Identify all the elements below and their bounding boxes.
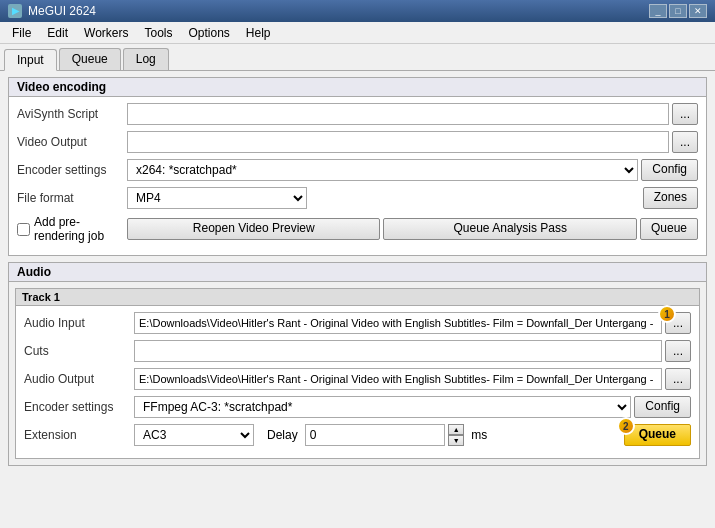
tab-log[interactable]: Log (123, 48, 169, 70)
menu-bar: File Edit Workers Tools Options Help (0, 22, 715, 44)
audio-track-1: Track 1 Audio Input ... 1 Cuts (15, 288, 700, 459)
videooutput-label: Video Output (17, 135, 127, 149)
video-encoding-body: AviSynth Script ... Video Output ... Enc… (9, 97, 706, 255)
video-encoding-header: Video encoding (9, 78, 706, 97)
queue-analysis-pass-button[interactable]: Queue Analysis Pass (383, 218, 636, 240)
prerender-controls: Reopen Video Preview Queue Analysis Pass… (127, 218, 698, 240)
delay-up-button[interactable]: ▲ (448, 424, 464, 435)
audio-output-browse-button[interactable]: ... (665, 368, 691, 390)
close-button[interactable]: ✕ (689, 4, 707, 18)
audio-input-label: Audio Input (24, 316, 134, 330)
encoder-settings-select[interactable]: x264: *scratchpad* (127, 159, 638, 181)
menu-tools[interactable]: Tools (136, 24, 180, 41)
avisynthscript-input[interactable] (127, 103, 669, 125)
audio-output-row: Audio Output ... (24, 368, 691, 390)
audio-queue-button[interactable]: 2 Queue (624, 424, 691, 446)
delay-input[interactable] (305, 424, 445, 446)
prerender-label: Add pre-rendering job (34, 215, 127, 243)
audio-input-browse-button[interactable]: ... 1 (665, 312, 691, 334)
ms-label: ms (471, 428, 487, 442)
maximize-button[interactable]: □ (669, 4, 687, 18)
title-bar-text: MeGUI 2624 (28, 4, 96, 18)
videooutput-controls: ... (127, 131, 698, 153)
cuts-label: Cuts (24, 344, 134, 358)
audio-encoder-controls: FFmpeg AC-3: *scratchpad* Config (134, 396, 691, 418)
encoder-settings-row: Encoder settings x264: *scratchpad* Conf… (17, 159, 698, 181)
menu-file[interactable]: File (4, 24, 39, 41)
cuts-controls: ... (134, 340, 691, 362)
zones-button[interactable]: Zones (643, 187, 698, 209)
videooutput-row: Video Output ... (17, 131, 698, 153)
cuts-row: Cuts ... (24, 340, 691, 362)
video-encoding-section: Video encoding AviSynth Script ... Video… (8, 77, 707, 256)
extension-delay-controls: AC3 Delay ▲ ▼ ms 2 Queue (134, 424, 691, 446)
video-queue-button[interactable]: Queue (640, 218, 698, 240)
videooutput-browse-button[interactable]: ... (672, 131, 698, 153)
audio-input-controls: ... 1 (134, 312, 691, 334)
reopen-video-preview-button[interactable]: Reopen Video Preview (127, 218, 380, 240)
audio-input-row: Audio Input ... 1 (24, 312, 691, 334)
audio-output-controls: ... (134, 368, 691, 390)
audio-section: Audio Track 1 Audio Input ... 1 (8, 262, 707, 466)
badge-2: 2 (617, 417, 635, 435)
menu-help[interactable]: Help (238, 24, 279, 41)
fileformat-row: File format MP4 Zones (17, 187, 698, 209)
extension-select[interactable]: AC3 (134, 424, 254, 446)
audio-encoder-label: Encoder settings (24, 400, 134, 414)
audio-encoder-row: Encoder settings FFmpeg AC-3: *scratchpa… (24, 396, 691, 418)
audio-input-field[interactable] (134, 312, 662, 334)
tab-input[interactable]: Input (4, 49, 57, 71)
avisynthscript-browse-button[interactable]: ... (672, 103, 698, 125)
avisynthscript-controls: ... (127, 103, 698, 125)
delay-label: Delay (267, 428, 298, 442)
cuts-input[interactable] (134, 340, 662, 362)
audio-encoder-config-button[interactable]: Config (634, 396, 691, 418)
audio-track-1-header: Track 1 (16, 289, 699, 306)
audio-encoder-select[interactable]: FFmpeg AC-3: *scratchpad* (134, 396, 631, 418)
title-bar-left: ▶ MeGUI 2624 (8, 4, 96, 18)
cuts-browse-button[interactable]: ... (665, 340, 691, 362)
prerender-checkbox[interactable] (17, 223, 30, 236)
avisynthscript-row: AviSynth Script ... (17, 103, 698, 125)
title-bar: ▶ MeGUI 2624 _ □ ✕ (0, 0, 715, 22)
menu-options[interactable]: Options (181, 24, 238, 41)
fileformat-label: File format (17, 191, 127, 205)
tab-queue[interactable]: Queue (59, 48, 121, 70)
audio-track-1-body: Audio Input ... 1 Cuts ... (16, 306, 699, 458)
fileformat-select[interactable]: MP4 (127, 187, 307, 209)
extension-label: Extension (24, 428, 134, 442)
delay-spinner: ▲ ▼ (448, 424, 464, 446)
prerender-row: Add pre-rendering job Reopen Video Previ… (17, 215, 698, 243)
minimize-button[interactable]: _ (649, 4, 667, 18)
fileformat-controls: MP4 Zones (127, 187, 698, 209)
delay-down-button[interactable]: ▼ (448, 435, 464, 446)
badge-1: 1 (658, 305, 676, 323)
main-content: Video encoding AviSynth Script ... Video… (0, 71, 715, 528)
extension-delay-row: Extension AC3 Delay ▲ ▼ ms (24, 424, 691, 446)
menu-workers[interactable]: Workers (76, 24, 136, 41)
audio-section-header: Audio (9, 263, 706, 282)
audio-output-field[interactable] (134, 368, 662, 390)
tabs-bar: Input Queue Log (0, 44, 715, 71)
encoder-config-button[interactable]: Config (641, 159, 698, 181)
encoder-settings-controls: x264: *scratchpad* Config (127, 159, 698, 181)
app-icon: ▶ (8, 4, 22, 18)
window-controls: _ □ ✕ (649, 4, 707, 18)
videooutput-input[interactable] (127, 131, 669, 153)
audio-output-label: Audio Output (24, 372, 134, 386)
encoder-settings-label: Encoder settings (17, 163, 127, 177)
menu-edit[interactable]: Edit (39, 24, 76, 41)
avisynthscript-label: AviSynth Script (17, 107, 127, 121)
